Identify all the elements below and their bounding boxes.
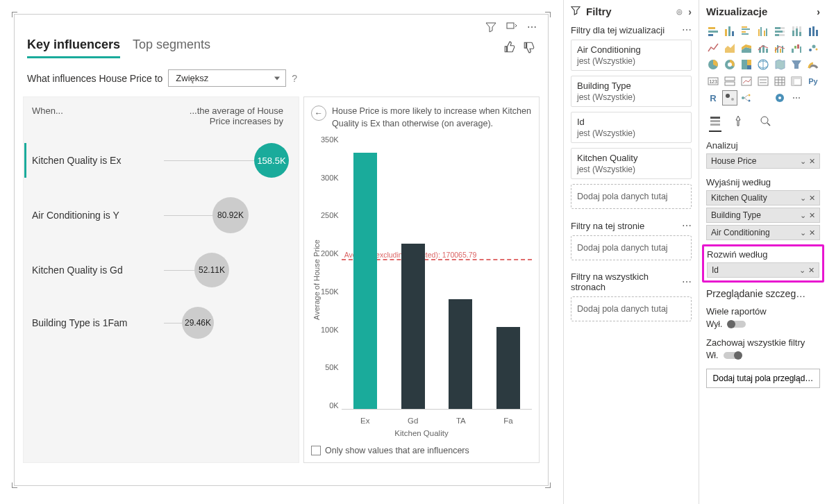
field-pill-analyze[interactable]: House Price⌄✕ <box>706 153 820 169</box>
direction-select[interactable]: Zwiększ <box>168 69 286 87</box>
viz-line-icon[interactable] <box>706 41 720 55</box>
viz-qa-icon[interactable] <box>756 91 770 105</box>
svg-rect-11 <box>758 29 760 36</box>
viz-waterfall-icon[interactable] <box>790 41 803 55</box>
when-header: When... <box>32 106 178 126</box>
close-icon[interactable]: ✕ <box>809 194 815 203</box>
fields-subpanel-icon[interactable] <box>709 115 721 132</box>
section-more-icon[interactable]: ⋯ <box>682 220 692 231</box>
svg-rect-32 <box>766 49 768 53</box>
svg-rect-39 <box>797 44 799 49</box>
only-influencers-toggle[interactable]: Only show values that are influencers <box>311 446 532 455</box>
bar-ex[interactable] <box>353 153 377 409</box>
section-more-icon[interactable]: ⋯ <box>682 276 692 287</box>
chevron-down-icon[interactable]: ⌄ <box>800 228 806 237</box>
analyze-section: Analizuj <box>706 140 820 151</box>
viz-stacked-area-icon[interactable] <box>740 41 753 55</box>
svg-rect-3 <box>708 34 713 36</box>
chevron-down-icon[interactable]: ⌄ <box>800 211 806 220</box>
viz-funnel-icon[interactable] <box>790 58 803 72</box>
viz-donut-icon[interactable] <box>723 58 737 72</box>
viz-multicard-icon[interactable] <box>723 74 737 88</box>
viz-slicer-icon[interactable] <box>756 74 770 88</box>
influencer-item[interactable]: Kitchen Quality is Ex 158.5K <box>24 143 294 178</box>
field-pill-explain[interactable]: Air Conditioning⌄✕ <box>706 225 820 240</box>
visualizations-pane: Wizualizacje › 123 Py R <box>699 0 827 504</box>
cross-report-toggle[interactable] <box>728 321 746 328</box>
chevron-right-icon[interactable]: › <box>817 6 820 17</box>
svg-rect-54 <box>725 82 735 85</box>
add-all-filter[interactable]: Dodaj pola danych tutaj <box>571 296 692 321</box>
filter-card[interactable]: Kitchen Qualityjest (Wszystkie) <box>571 148 692 179</box>
svg-point-67 <box>726 94 730 98</box>
question-help[interactable]: ? <box>292 73 297 84</box>
viz-combo1-icon[interactable] <box>756 41 770 55</box>
add-page-filter[interactable]: Dodaj pola danych tutaj <box>571 235 692 260</box>
chevron-down-icon[interactable]: ⌄ <box>800 194 806 203</box>
viz-stacked-bar-icon[interactable] <box>706 24 720 38</box>
viz-filled-map-icon[interactable] <box>773 58 787 72</box>
viz-clustered-col-icon[interactable] <box>756 24 770 38</box>
influencer-item[interactable]: Kitchen Quality is Gd 52.11K <box>32 253 294 287</box>
filter-card[interactable]: Idjest (Wszystkie) <box>571 112 692 143</box>
viz-map-icon[interactable] <box>756 58 770 72</box>
influencer-item[interactable]: Building Type is 1Fam 29.46K <box>32 307 294 339</box>
field-pill-explain[interactable]: Building Type⌄✕ <box>706 208 820 223</box>
viz-decomposition-icon[interactable] <box>740 91 753 105</box>
viz-card-icon[interactable]: 123 <box>706 74 720 88</box>
viz-key-influencers-icon[interactable] <box>723 91 737 105</box>
field-pill-expand[interactable]: Id⌄✕ <box>707 262 819 278</box>
viz-gauge-icon[interactable] <box>806 58 820 72</box>
close-icon[interactable]: ✕ <box>808 266 815 275</box>
analytics-subpanel-icon[interactable] <box>759 115 771 132</box>
checkbox-icon[interactable] <box>311 446 321 455</box>
viz-area-icon[interactable] <box>723 41 737 55</box>
format-subpanel-icon[interactable] <box>734 115 746 132</box>
close-icon[interactable]: ✕ <box>809 211 815 220</box>
svg-rect-27 <box>809 28 811 36</box>
viz-more-icon[interactable]: ⋯ <box>790 91 803 105</box>
viz-matrix-icon[interactable] <box>790 74 803 88</box>
viz-kpi-icon[interactable] <box>740 74 753 88</box>
close-icon[interactable]: ✕ <box>809 157 815 166</box>
thumbs-up-icon[interactable] <box>503 41 516 56</box>
key-influencers-visual[interactable]: ⋯ Key influencers Top segments What infl… <box>14 14 549 486</box>
viz-scatter-icon[interactable] <box>806 41 820 55</box>
viz-r-icon[interactable]: R <box>706 91 720 105</box>
bar-ta[interactable] <box>449 299 472 409</box>
more-icon[interactable]: ⋯ <box>527 22 537 35</box>
eye-icon[interactable]: ◎ <box>676 8 683 15</box>
viz-100-col-icon[interactable] <box>790 24 803 38</box>
viz-stacked-col-icon[interactable] <box>723 24 737 38</box>
viz-table-icon[interactable] <box>773 74 787 88</box>
tab-key-influencers[interactable]: Key influencers <box>27 37 120 58</box>
add-visual-filter[interactable]: Dodaj pola danych tutaj <box>571 184 692 209</box>
viz-pie-icon[interactable] <box>706 58 720 72</box>
chevron-down-icon[interactable]: ⌄ <box>799 266 805 275</box>
viz-treemap-icon[interactable] <box>740 58 753 72</box>
thumbs-down-icon[interactable] <box>523 41 535 56</box>
focus-icon[interactable] <box>506 22 517 35</box>
svg-rect-22 <box>792 31 794 36</box>
section-more-icon[interactable]: ⋯ <box>682 24 692 35</box>
viz-python-icon[interactable]: Py <box>806 74 820 88</box>
close-icon[interactable]: ✕ <box>809 228 815 237</box>
chart-back-button[interactable]: ← <box>311 106 326 121</box>
add-drill-button[interactable]: Dodaj tutaj pola przegląd… <box>706 369 820 388</box>
filter-card[interactable]: Air Conditioningjest (Wszystkie) <box>571 40 692 71</box>
filter-card[interactable]: Building Typejest (Wszystkie) <box>571 76 692 107</box>
filter-icon[interactable] <box>485 22 496 35</box>
viz-combo2-icon[interactable] <box>773 41 787 55</box>
chevron-down-icon[interactable]: ⌄ <box>800 157 806 166</box>
viz-100-bar-icon[interactable] <box>773 24 787 38</box>
keep-filters-toggle[interactable] <box>724 352 742 359</box>
viz-ribbon-icon[interactable] <box>806 24 820 38</box>
viz-arcgis-icon[interactable] <box>773 91 787 105</box>
chevron-right-icon[interactable]: › <box>688 6 692 17</box>
bar-gd[interactable] <box>401 244 425 409</box>
influencer-item[interactable]: Air Conditioning is Y 80.92K <box>32 197 294 233</box>
field-pill-explain[interactable]: Kitchen Quality⌄✕ <box>706 190 820 205</box>
bar-fa[interactable] <box>496 327 520 409</box>
tab-top-segments[interactable]: Top segments <box>133 37 210 58</box>
viz-clustered-bar-icon[interactable] <box>740 24 753 38</box>
